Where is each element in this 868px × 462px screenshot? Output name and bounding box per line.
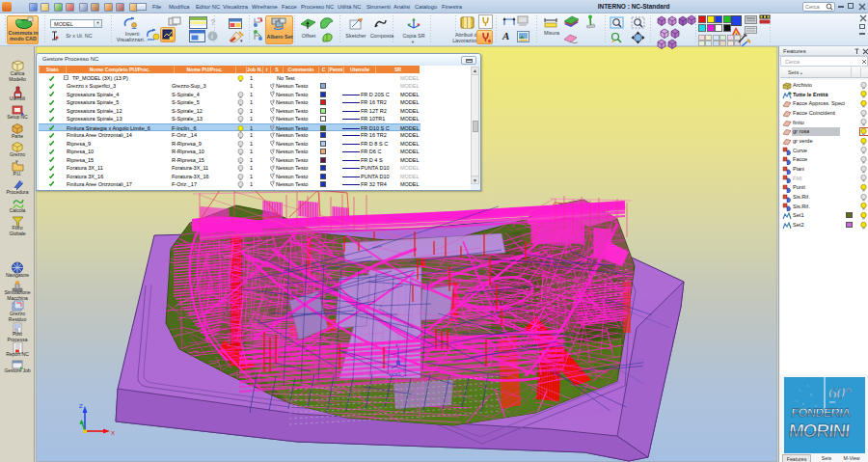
svg-text:Z: Z [79,403,83,409]
svg-text:X: X [111,430,115,436]
svg-text:ucs1_1: ucs1_1 [390,371,407,377]
svg-text:anni: anni [829,400,835,404]
svg-text:FONDERIA: FONDERIA [791,406,852,420]
svg-text:MORINI: MORINI [788,421,851,441]
svg-text:i: i [211,32,213,41]
svg-text:▾: ▾ [240,38,243,43]
